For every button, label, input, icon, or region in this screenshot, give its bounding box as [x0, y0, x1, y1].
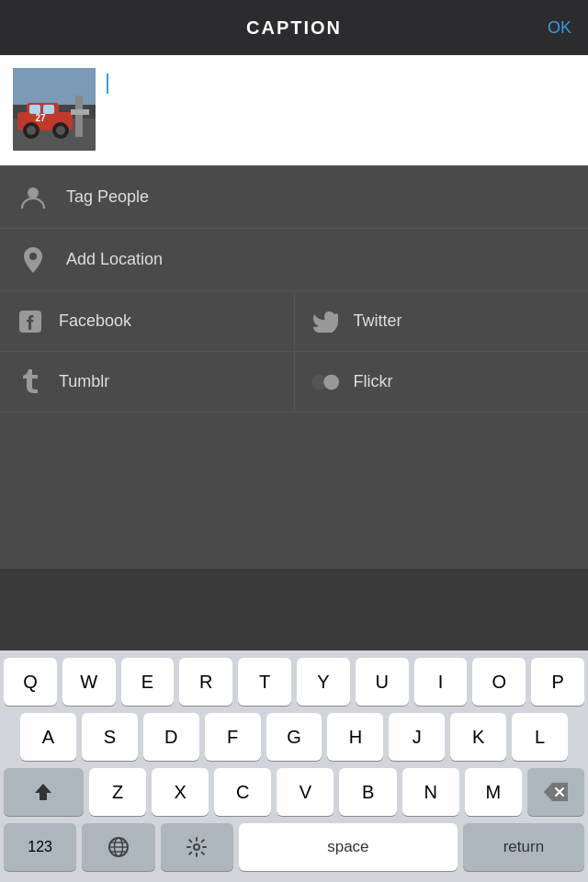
key-l[interactable]: L: [512, 713, 568, 761]
content-spacer: [0, 413, 588, 569]
key-v[interactable]: V: [277, 768, 334, 816]
twitter-icon: [311, 308, 339, 335]
keyboard-row-4: 123 space return: [0, 816, 588, 882]
svg-text:27: 27: [35, 113, 46, 123]
key-y[interactable]: Y: [297, 658, 350, 706]
key-g[interactable]: G: [266, 713, 322, 761]
key-r[interactable]: R: [179, 658, 232, 706]
key-o[interactable]: O: [472, 658, 526, 706]
facebook-option[interactable]: Facebook: [0, 291, 295, 351]
keyboard: Q W E R T Y U I O P A S D F G H J K L Z …: [0, 650, 588, 882]
share-row-2: Tumblr Flickr: [0, 352, 588, 413]
ok-button[interactable]: OK: [548, 18, 571, 38]
keyboard-row-2: A S D F G H J K L: [0, 706, 588, 761]
twitter-label: Twitter: [354, 311, 402, 331]
svg-point-15: [29, 253, 37, 260]
key-w[interactable]: W: [62, 658, 116, 706]
key-q[interactable]: Q: [4, 658, 57, 706]
key-z[interactable]: Z: [89, 768, 146, 816]
key-e[interactable]: E: [121, 658, 175, 706]
key-a[interactable]: A: [20, 713, 76, 761]
key-u[interactable]: U: [356, 658, 409, 706]
svg-point-18: [323, 374, 339, 390]
location-icon: [18, 245, 48, 275]
header: CAPTION OK: [0, 0, 588, 55]
flickr-icon: [311, 368, 339, 396]
caption-area[interactable]: 27: [0, 55, 588, 165]
tumblr-icon: [17, 368, 44, 396]
share-row-1: Facebook Twitter: [0, 291, 588, 352]
settings-key[interactable]: [161, 823, 233, 871]
key-k[interactable]: K: [450, 713, 506, 761]
share-services: Facebook Twitter Tumblr: [0, 291, 588, 413]
flickr-label: Flickr: [354, 372, 393, 391]
key-b[interactable]: B: [339, 768, 396, 816]
caption-cursor: [107, 74, 108, 94]
svg-rect-12: [71, 109, 89, 115]
return-key[interactable]: return: [463, 823, 584, 871]
svg-point-26: [194, 844, 199, 850]
key-h[interactable]: H: [327, 713, 383, 761]
person-icon: [18, 183, 48, 212]
svg-rect-11: [75, 96, 83, 137]
key-i[interactable]: I: [414, 658, 468, 706]
caption-input-wrapper[interactable]: [107, 68, 575, 151]
key-p[interactable]: P: [531, 658, 584, 706]
twitter-option[interactable]: Twitter: [295, 291, 589, 351]
key-c[interactable]: C: [214, 768, 271, 816]
svg-point-10: [56, 126, 65, 135]
photo-thumbnail: 27: [13, 68, 96, 151]
svg-point-8: [27, 126, 36, 135]
flickr-option[interactable]: Flickr: [295, 352, 589, 412]
delete-key[interactable]: [527, 768, 584, 816]
key-t[interactable]: T: [238, 658, 291, 706]
space-key[interactable]: space: [239, 823, 458, 871]
svg-point-14: [28, 187, 39, 198]
key-s[interactable]: S: [82, 713, 138, 761]
page-title: CAPTION: [246, 17, 342, 39]
add-location-label: Add Location: [66, 250, 163, 269]
num-key[interactable]: 123: [4, 823, 76, 871]
facebook-icon: [17, 308, 44, 335]
key-d[interactable]: D: [143, 713, 199, 761]
key-j[interactable]: J: [389, 713, 445, 761]
facebook-label: Facebook: [59, 311, 131, 331]
key-x[interactable]: X: [152, 768, 209, 816]
key-n[interactable]: N: [402, 768, 459, 816]
add-location-option[interactable]: Add Location: [0, 229, 588, 291]
keyboard-row-1: Q W E R T Y U I O P: [0, 650, 588, 706]
svg-rect-1: [13, 68, 96, 105]
key-f[interactable]: F: [205, 713, 261, 761]
globe-key[interactable]: [82, 823, 154, 871]
tumblr-option[interactable]: Tumblr: [0, 352, 295, 412]
keyboard-row-3: Z X C V B N M: [0, 761, 588, 816]
tag-people-label: Tag People: [66, 187, 149, 207]
tag-people-option[interactable]: Tag People: [0, 166, 588, 229]
shift-key[interactable]: [4, 768, 84, 816]
options-area: Tag People Add Location Facebook: [0, 165, 588, 413]
tumblr-label: Tumblr: [59, 372, 109, 391]
key-m[interactable]: M: [465, 768, 522, 816]
